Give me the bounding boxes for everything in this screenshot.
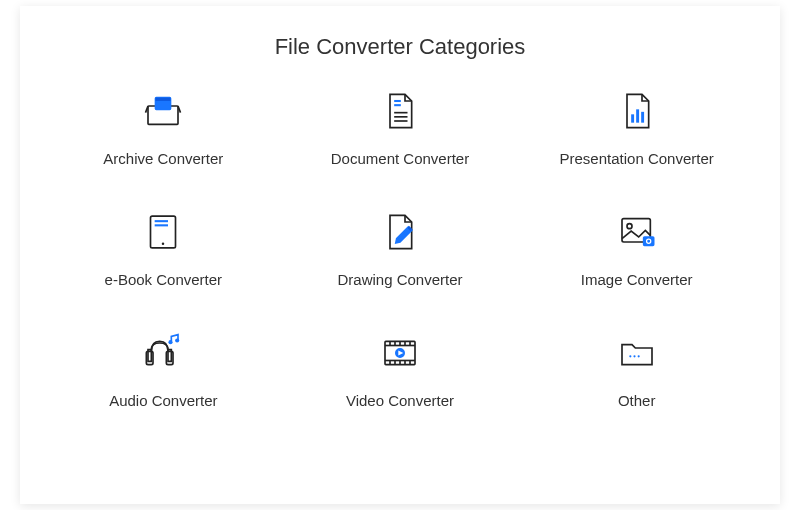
categories-card: File Converter Categories Archive Conver…	[20, 6, 780, 504]
svg-rect-2	[156, 98, 171, 101]
drawing-icon	[379, 211, 421, 253]
svg-rect-8	[631, 114, 634, 122]
svg-point-16	[627, 224, 632, 229]
svg-point-22	[175, 338, 179, 342]
category-ebook[interactable]: e-Book Converter	[60, 211, 267, 288]
category-label: e-Book Converter	[105, 271, 223, 288]
svg-point-14	[162, 242, 165, 245]
category-other[interactable]: Other	[533, 332, 740, 409]
category-audio[interactable]: Audio Converter	[60, 332, 267, 409]
category-label: Drawing Converter	[337, 271, 462, 288]
category-label: Image Converter	[581, 271, 693, 288]
categories-grid: Archive Converter Document Converter	[60, 90, 740, 409]
category-archive[interactable]: Archive Converter	[60, 90, 267, 167]
category-video[interactable]: Video Converter	[297, 332, 504, 409]
category-document[interactable]: Document Converter	[297, 90, 504, 167]
category-label: Document Converter	[331, 150, 469, 167]
audio-icon	[142, 332, 184, 374]
category-drawing[interactable]: Drawing Converter	[297, 211, 504, 288]
document-icon	[379, 90, 421, 132]
svg-point-21	[169, 340, 173, 344]
svg-rect-17	[643, 237, 653, 245]
category-label: Video Converter	[346, 392, 454, 409]
category-image[interactable]: Image Converter	[533, 211, 740, 288]
category-label: Audio Converter	[109, 392, 217, 409]
presentation-icon	[616, 90, 658, 132]
ebook-icon	[142, 211, 184, 253]
category-label: Archive Converter	[103, 150, 223, 167]
image-icon	[616, 211, 658, 253]
svg-point-37	[629, 355, 631, 357]
category-label: Other	[618, 392, 656, 409]
video-icon	[379, 332, 421, 374]
category-label: Presentation Converter	[560, 150, 714, 167]
svg-point-39	[637, 355, 639, 357]
archive-icon	[142, 90, 184, 132]
svg-rect-10	[641, 112, 644, 123]
folder-icon	[616, 332, 658, 374]
page-title: File Converter Categories	[60, 34, 740, 60]
category-presentation[interactable]: Presentation Converter	[533, 90, 740, 167]
svg-rect-9	[636, 109, 639, 122]
svg-point-38	[633, 355, 635, 357]
